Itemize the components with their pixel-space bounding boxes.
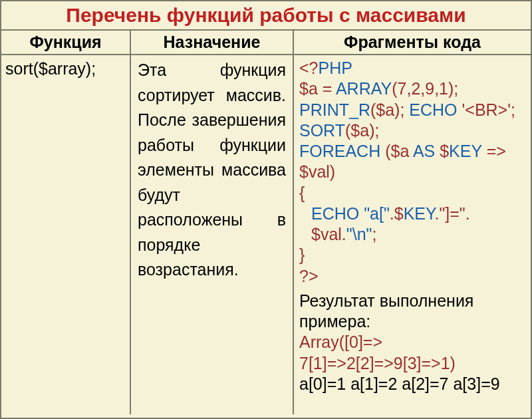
code-line-print: PRINT_R($a); ECHO '<BR>'; bbox=[299, 100, 525, 120]
result-array-output: Array([0]=> 7[1]=>2[2]=>9[3]=>1) bbox=[299, 332, 525, 374]
result-values: a[0]=1 a[1]=2 a[2]=7 a[3]=9 bbox=[299, 374, 525, 394]
result-block: Результат выполнения примера: Array([0]=… bbox=[299, 291, 525, 394]
result-label: Результат выполнения примера: bbox=[299, 291, 525, 333]
cell-code-fragment: <?PHP $a = ARRAY(7,2,9,1); PRINT_R($a); … bbox=[294, 55, 531, 414]
code-line-array: $a = ARRAY(7,2,9,1); bbox=[299, 78, 525, 99]
table-title: Перечень функций работы с массивами bbox=[1, 1, 531, 31]
code-line-open: <?PHP bbox=[299, 58, 525, 78]
table-header: Функция Назначение Фрагменты кода bbox=[1, 31, 531, 55]
code-line-brace-close: } bbox=[299, 245, 525, 265]
table-row: sort($array); Эта функция сортирует масс… bbox=[1, 55, 531, 414]
header-code: Фрагменты кода bbox=[294, 31, 531, 54]
header-purpose: Назначение bbox=[131, 31, 294, 54]
code-line-sort: SORT($a); bbox=[299, 120, 525, 141]
document-container: Перечень функций работы с массивами Функ… bbox=[0, 0, 532, 419]
header-function: Функция bbox=[1, 31, 131, 54]
code-line-foreach: FOREACH ($a AS $KEY => $val) bbox=[299, 141, 525, 183]
cell-function: sort($array); bbox=[1, 55, 131, 414]
code-line-close: ?> bbox=[299, 266, 525, 287]
cell-description: Эта функция сортирует массив. После заве… bbox=[131, 55, 294, 414]
code-line-brace-open: { bbox=[299, 183, 525, 204]
code-line-echo2: ECHO "a[".$KEY."]=". $val."\n"; bbox=[299, 204, 525, 245]
